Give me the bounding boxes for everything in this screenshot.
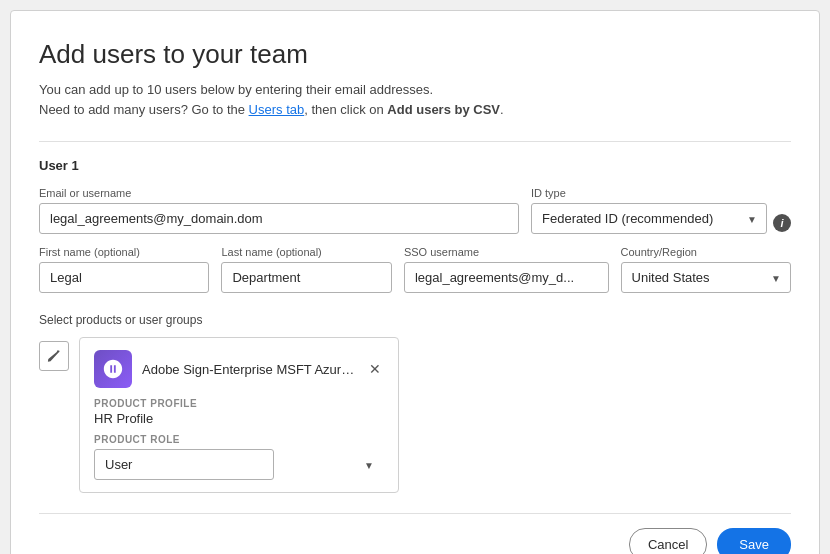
product-icon — [94, 350, 132, 388]
id-type-select-wrapper: Federated ID (recommended) Enterprise ID… — [531, 203, 767, 234]
product-role-select-wrapper: User Admin Developer ▼ — [94, 449, 384, 480]
product-close-button[interactable]: ✕ — [366, 360, 384, 378]
save-button[interactable]: Save — [717, 528, 791, 554]
email-group: Email or username — [39, 187, 519, 234]
products-section: Select products or user groups Adobe Sig… — [39, 313, 791, 493]
description-text-1: You can add up to 10 users below by ente… — [39, 82, 433, 97]
id-type-inner: ID type Federated ID (recommended) Enter… — [531, 187, 767, 234]
sso-group: SSO username — [404, 246, 609, 293]
adobe-sign-icon — [102, 358, 124, 380]
product-profile-value: HR Profile — [94, 411, 384, 426]
user-section: User 1 Email or username ID type Federat… — [39, 158, 791, 305]
product-card-header: Adobe Sign-Enterprise MSFT Azure... ✕ — [94, 350, 384, 388]
description-text-3: , then click on — [304, 102, 387, 117]
role-select-container: User Admin Developer ▼ — [94, 449, 384, 480]
edit-products-button[interactable] — [39, 341, 69, 371]
email-label: Email or username — [39, 187, 519, 199]
pencil-icon — [47, 349, 61, 363]
first-name-group: First name (optional) — [39, 246, 209, 293]
users-tab-link[interactable]: Users tab — [249, 102, 305, 117]
first-name-label: First name (optional) — [39, 246, 209, 258]
modal-footer: Cancel Save — [39, 493, 791, 554]
add-users-modal: Add users to your team You can add up to… — [10, 10, 820, 554]
modal-title: Add users to your team — [39, 39, 791, 70]
country-select-wrapper: United States Canada United Kingdom Germ… — [621, 262, 791, 293]
products-label: Select products or user groups — [39, 313, 791, 327]
product-role-select[interactable]: User Admin Developer — [94, 449, 274, 480]
description-text-2: Need to add many users? Go to the — [39, 102, 249, 117]
role-chevron-icon: ▼ — [364, 459, 374, 470]
cancel-button[interactable]: Cancel — [629, 528, 707, 554]
id-type-label: ID type — [531, 187, 767, 199]
sso-label: SSO username — [404, 246, 609, 258]
description-end: . — [500, 102, 504, 117]
country-group: Country/Region United States Canada Unit… — [621, 246, 791, 293]
user-section-title: User 1 — [39, 158, 791, 173]
email-input[interactable] — [39, 203, 519, 234]
last-name-group: Last name (optional) — [221, 246, 391, 293]
country-label: Country/Region — [621, 246, 791, 258]
last-name-label: Last name (optional) — [221, 246, 391, 258]
csv-bold-text: Add users by CSV — [387, 102, 500, 117]
modal-description: You can add up to 10 users below by ente… — [39, 80, 791, 119]
products-area: Adobe Sign-Enterprise MSFT Azure... ✕ PR… — [39, 337, 791, 493]
footer-buttons: Cancel Save — [39, 528, 791, 554]
product-card: Adobe Sign-Enterprise MSFT Azure... ✕ PR… — [79, 337, 399, 493]
info-icon[interactable]: i — [773, 214, 791, 232]
id-type-group: ID type Federated ID (recommended) Enter… — [531, 187, 791, 234]
sso-input[interactable] — [404, 262, 609, 293]
form-row-2: First name (optional) Last name (optiona… — [39, 246, 791, 293]
first-name-input[interactable] — [39, 262, 209, 293]
id-type-select[interactable]: Federated ID (recommended) Enterprise ID… — [531, 203, 767, 234]
footer-divider — [39, 513, 791, 514]
product-profile-label: PRODUCT PROFILE — [94, 398, 384, 409]
country-select[interactable]: United States Canada United Kingdom Germ… — [621, 262, 791, 293]
product-role-label: PRODUCT ROLE — [94, 434, 384, 445]
product-name: Adobe Sign-Enterprise MSFT Azure... — [142, 362, 356, 377]
last-name-input[interactable] — [221, 262, 391, 293]
form-row-1: Email or username ID type Federated ID (… — [39, 187, 791, 234]
header-divider — [39, 141, 791, 142]
